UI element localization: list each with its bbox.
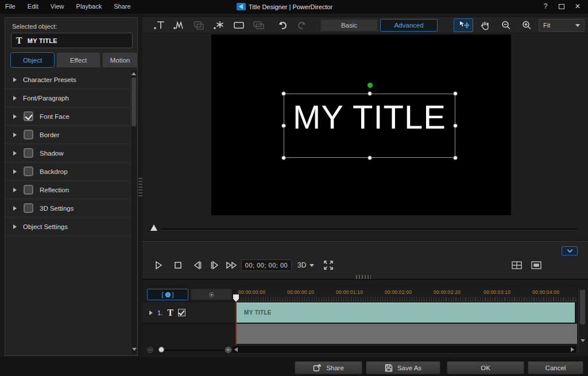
zoom-in-button[interactable]	[517, 18, 536, 32]
reflection-checkbox[interactable]	[24, 185, 33, 195]
canvas-title-text[interactable]: MY TITLE	[284, 98, 455, 136]
previous-frame-button[interactable]	[189, 258, 206, 273]
track-expander-icon[interactable]	[149, 311, 153, 315]
insert-particle-button[interactable]	[210, 18, 228, 32]
3d-mode-dropdown[interactable]: 3D	[297, 259, 314, 271]
zoom-out-button[interactable]	[496, 18, 516, 32]
show-grid-button[interactable]	[509, 258, 525, 273]
insert-text-button[interactable]	[150, 18, 168, 32]
section-3d-settings[interactable]: 3D Settings	[6, 199, 131, 218]
selected-object-field[interactable]: T MY TITLE	[11, 33, 133, 48]
stop-button[interactable]	[170, 258, 186, 273]
resize-handle-se[interactable]	[453, 156, 458, 160]
preview-scrubber-track[interactable]	[161, 228, 578, 230]
font-face-checkbox[interactable]	[24, 111, 33, 121]
section-reflection[interactable]: Reflection	[6, 181, 131, 199]
tab-effect[interactable]: Effect	[56, 52, 100, 68]
section-backdrop[interactable]: Backdrop	[6, 162, 131, 181]
timeline-zoom-slider-track[interactable]	[157, 350, 224, 351]
section-object-settings[interactable]: Object Settings	[6, 218, 131, 236]
zoom-in-icon	[521, 20, 532, 30]
undo-button[interactable]	[273, 18, 291, 32]
fullscreen-button[interactable]	[320, 258, 336, 273]
save-as-button[interactable]: Save As	[366, 361, 440, 374]
advanced-mode-button[interactable]: Advanced	[380, 19, 438, 32]
title-keyframe-button[interactable]: [ ]	[147, 289, 188, 300]
maximize-button[interactable]	[556, 2, 567, 11]
play-icon	[153, 259, 164, 271]
close-button[interactable]: ✕	[572, 2, 583, 11]
resize-handle-ne[interactable]	[453, 91, 458, 96]
resize-handle-n[interactable]	[368, 91, 372, 96]
panel-scrollbar[interactable]	[130, 71, 137, 354]
menu-share[interactable]: Share	[109, 0, 136, 10]
resize-handle-w[interactable]	[281, 123, 286, 128]
footer-bar: Share Save As OK Cancel	[0, 357, 588, 376]
border-checkbox[interactable]	[24, 130, 33, 139]
scroll-down-icon[interactable]	[581, 339, 585, 342]
fast-forward-button[interactable]	[224, 258, 240, 273]
timeline-ruler[interactable]: 00:00:00:00 00:00:00:20 00:00:01:10 00:0…	[236, 288, 577, 301]
select-move-tool-button[interactable]	[454, 18, 473, 32]
section-font-face[interactable]: Font Face	[6, 107, 131, 126]
timeline-horizontal-scrollbar[interactable]	[231, 345, 577, 354]
scroll-up-icon[interactable]	[131, 72, 136, 75]
shadow-checkbox[interactable]	[24, 148, 33, 158]
pan-tool-button[interactable]	[475, 18, 495, 32]
play-button[interactable]	[150, 258, 167, 273]
timeline-splitter-handle[interactable]	[356, 275, 371, 279]
section-character-presets[interactable]: Character Presets	[6, 71, 131, 89]
text-track-icon: T	[167, 308, 173, 318]
backdrop-checkbox[interactable]	[24, 166, 33, 176]
properties-panel: Selected object: T MY TITLE Object Effec…	[5, 17, 138, 356]
rotation-handle[interactable]	[368, 83, 373, 88]
tab-motion[interactable]: Motion	[102, 52, 138, 68]
scroll-left-icon[interactable]	[234, 347, 238, 352]
title-selection-box[interactable]: MY TITLE	[284, 94, 455, 158]
title-clip[interactable]: MY TITLE	[236, 303, 575, 323]
section-font-paragraph[interactable]: Font/Paragraph	[6, 89, 131, 107]
insert-shape-button[interactable]	[230, 18, 247, 32]
preview-scrubber-handle[interactable]	[150, 224, 157, 231]
menu-view[interactable]: View	[45, 0, 69, 10]
timeline-vertical-scrollbar[interactable]	[578, 288, 586, 354]
timeline-zoom-in-button[interactable]: +	[225, 347, 231, 353]
save-icon	[385, 364, 393, 372]
timeline-zoom-slider-handle[interactable]	[158, 347, 164, 352]
zoom-fit-dropdown[interactable]: Fit	[539, 19, 585, 32]
tab-object[interactable]: Object	[10, 52, 55, 68]
ruler-tick: 00:00:01:10	[336, 289, 363, 295]
basic-mode-button[interactable]: Basic	[320, 19, 378, 32]
resize-handle-e[interactable]	[453, 123, 458, 128]
panel-scrollbar-thumb[interactable]	[131, 77, 136, 126]
menu-file[interactable]: File	[0, 0, 21, 10]
share-button[interactable]: Share	[295, 361, 362, 374]
menu-edit[interactable]: Edit	[22, 0, 44, 10]
section-shadow[interactable]: Shadow	[6, 144, 131, 162]
track-enable-checkbox[interactable]	[178, 309, 185, 316]
expand-timeline-button[interactable]	[562, 246, 578, 255]
3d-settings-checkbox[interactable]	[24, 203, 33, 213]
video-canvas[interactable]: MY TITLE	[211, 34, 511, 215]
insert-paint-object-button[interactable]	[170, 18, 188, 32]
section-label: 3D Settings	[40, 205, 74, 212]
section-border[interactable]: Border	[6, 126, 131, 144]
ok-button[interactable]: OK	[447, 361, 524, 374]
hand-icon	[480, 20, 490, 30]
ruler-tick-marks	[236, 297, 577, 301]
panel-splitter-handle[interactable]	[138, 178, 142, 197]
tv-safe-zone-button[interactable]	[528, 258, 544, 273]
scroll-right-icon[interactable]	[571, 347, 574, 352]
scroll-down-icon[interactable]	[132, 348, 137, 351]
help-button[interactable]: ?	[540, 2, 551, 11]
timeline-scrollbar-thumb[interactable]	[580, 290, 585, 324]
resize-handle-s[interactable]	[368, 156, 372, 160]
timeline-zoom-out-button[interactable]: −	[147, 347, 153, 353]
menu-playback[interactable]: Playback	[71, 0, 107, 10]
cancel-button[interactable]: Cancel	[528, 361, 583, 374]
resize-handle-sw[interactable]	[281, 156, 286, 160]
attribute-keyframe-button[interactable]	[191, 289, 232, 300]
resize-handle-nw[interactable]	[281, 91, 286, 96]
next-frame-button[interactable]	[207, 258, 223, 273]
duplicate-shape-button-disabled	[249, 18, 267, 32]
